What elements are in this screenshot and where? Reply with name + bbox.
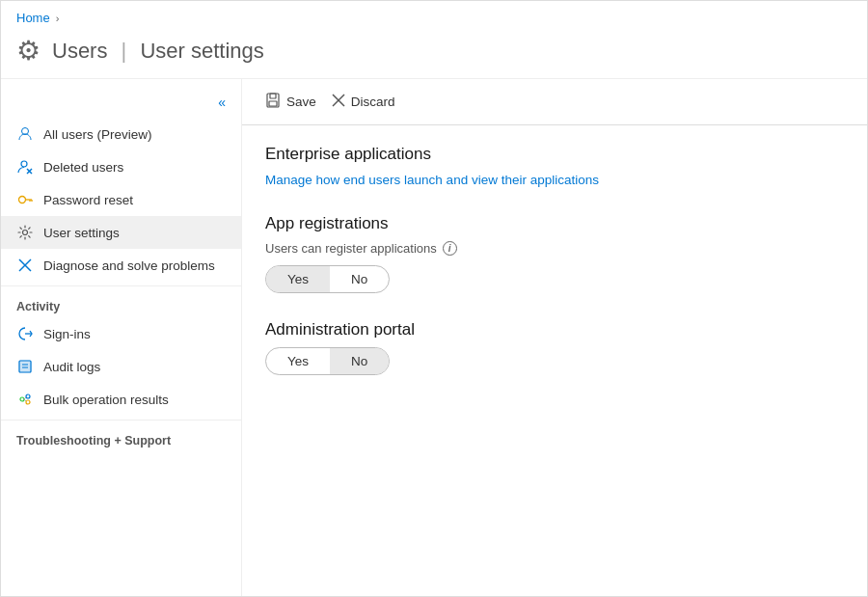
enterprise-apps-section: Enterprise applications Manage how end u… (265, 145, 844, 187)
toolbar: Save Discard (242, 79, 867, 125)
sidebar: « All users (Preview) Deleted users Pass… (1, 79, 242, 596)
app-registrations-info-icon[interactable]: i (443, 241, 457, 256)
app-registrations-section: App registrations Users can register app… (265, 214, 844, 293)
enterprise-apps-link[interactable]: Manage how end users launch and view the… (265, 173, 599, 187)
save-label: Save (286, 95, 316, 109)
app-registrations-title: App registrations (265, 214, 844, 233)
app-registrations-yes-button[interactable]: Yes (266, 266, 330, 292)
svg-point-16 (20, 397, 24, 401)
app-registrations-no-button[interactable]: No (330, 266, 389, 292)
sidebar-item-audit-logs[interactable]: Audit logs (1, 350, 241, 383)
sidebar-item-deleted-users-label: Deleted users (43, 160, 123, 175)
app-registrations-subtitle: Users can register applications i (265, 241, 844, 256)
svg-point-8 (23, 231, 28, 235)
admin-portal-title: Administration portal (265, 320, 844, 339)
sidebar-item-password-reset-label: Password reset (43, 193, 133, 207)
sidebar-item-deleted-users[interactable]: Deleted users (1, 150, 241, 183)
svg-point-4 (19, 197, 26, 204)
sidebar-item-sign-ins[interactable]: Sign-ins (1, 317, 241, 350)
content-area: Save Discard Enterprise applications Man… (242, 79, 867, 596)
sidebar-item-bulk-operations[interactable]: Bulk operation results (1, 383, 241, 416)
save-icon (265, 93, 281, 111)
discard-icon (332, 94, 345, 110)
sidebar-item-user-settings-label: User settings (43, 226, 120, 240)
breadcrumb-home[interactable]: Home (16, 11, 50, 25)
sign-ins-icon (16, 325, 34, 342)
settings-gear-icon (16, 224, 34, 241)
content-body: Enterprise applications Manage how end u… (242, 125, 867, 421)
app-registrations-toggle: Yes No (265, 265, 390, 293)
svg-rect-12 (19, 361, 31, 372)
svg-point-0 (22, 128, 29, 135)
bulk-operations-icon (16, 391, 34, 408)
page-header: ⚙ Users | User settings (1, 29, 867, 79)
sidebar-item-user-settings[interactable]: User settings (1, 216, 241, 249)
sidebar-item-all-users[interactable]: All users (Preview) (1, 118, 241, 150)
breadcrumb-chevron: › (56, 13, 60, 24)
discard-label: Discard (351, 95, 395, 109)
svg-rect-22 (270, 94, 276, 98)
audit-logs-icon (16, 358, 34, 375)
sidebar-divider-2 (1, 420, 241, 421)
page-title: Users | User settings (52, 39, 264, 64)
deleted-users-icon (16, 158, 34, 176)
svg-point-17 (26, 394, 30, 398)
admin-portal-yes-button[interactable]: Yes (266, 348, 330, 374)
sidebar-divider-1 (1, 285, 241, 286)
admin-portal-no-button[interactable]: No (330, 348, 389, 374)
sidebar-collapse-button[interactable]: « (1, 87, 241, 118)
key-icon (16, 191, 34, 208)
svg-rect-23 (269, 101, 277, 106)
main-area: « All users (Preview) Deleted users Pass… (1, 79, 867, 596)
admin-portal-section: Administration portal Yes No (265, 320, 844, 375)
troubleshooting-section-label: Troubleshooting + Support (1, 424, 241, 451)
save-button[interactable]: Save (265, 89, 316, 115)
svg-point-18 (26, 400, 30, 404)
admin-portal-toggle: Yes No (265, 347, 390, 375)
discard-button[interactable]: Discard (332, 90, 395, 114)
sidebar-item-diagnose[interactable]: Diagnose and solve problems (1, 249, 241, 282)
breadcrumb: Home › (1, 1, 867, 29)
all-users-icon (16, 125, 34, 143)
page-header-gear-icon: ⚙ (16, 35, 41, 67)
page-title-separator: | (122, 39, 127, 63)
svg-point-1 (21, 161, 27, 167)
sidebar-item-all-users-label: All users (Preview) (43, 127, 152, 142)
enterprise-apps-title: Enterprise applications (265, 145, 844, 164)
sidebar-item-audit-logs-label: Audit logs (43, 360, 100, 374)
sidebar-item-bulk-operations-label: Bulk operation results (43, 393, 169, 407)
sidebar-item-password-reset[interactable]: Password reset (1, 183, 241, 216)
sidebar-item-sign-ins-label: Sign-ins (43, 327, 91, 341)
sidebar-item-diagnose-label: Diagnose and solve problems (43, 258, 215, 273)
activity-section-label: Activity (1, 290, 241, 317)
diagnose-icon (16, 257, 34, 274)
